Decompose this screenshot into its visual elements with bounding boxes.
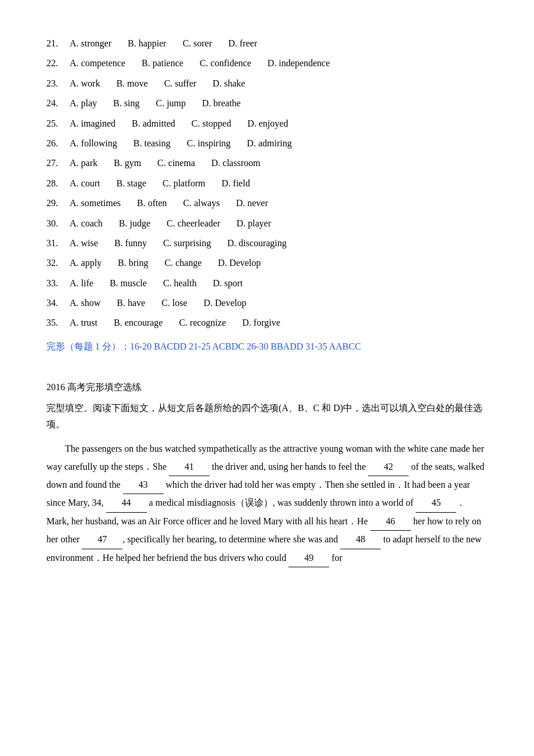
q25-d: D. enjoyed (247, 115, 288, 132)
question-34: 34. A. show B. have C. lose D. Develop (46, 294, 488, 312)
answer-key: 完形（每题 1 分）：16-20 BACDD 21-25 ACBDC 26-30… (46, 338, 488, 355)
question-27: 27. A. park B. gym C. cinema D. classroo… (46, 154, 488, 172)
q27-d: D. classroom (211, 154, 260, 172)
q25-num: 25. (46, 115, 70, 132)
q35-c: C. recognize (179, 314, 226, 332)
questions-section: 21. A. stronger B. happier C. sorer D. f… (46, 35, 488, 355)
q24-b: B. sing (113, 95, 139, 112)
q23-b: B. move (116, 75, 147, 92)
blank-47: 47 (82, 531, 122, 549)
q33-a: A. life (70, 275, 93, 292)
q21-b: B. happier (128, 35, 167, 52)
blank-42: 42 (368, 458, 409, 476)
q34-b: B. have (117, 294, 145, 312)
q32-d: D. Develop (218, 254, 261, 272)
q30-num: 30. (46, 215, 70, 232)
question-21: 21. A. stronger B. happier C. sorer D. f… (46, 35, 488, 52)
q22-a: A. competence (70, 55, 125, 72)
q24-d: D. breathe (202, 95, 241, 112)
question-35: 35. A. trust B. encourage C. recognize D… (46, 314, 488, 332)
q32-c: C. change (165, 254, 202, 272)
q22-num: 22. (46, 55, 70, 72)
q23-c: C. suffer (164, 75, 197, 92)
q34-c: C. lose (161, 294, 187, 312)
q29-d: D. never (236, 195, 268, 212)
q21-num: 21. (46, 35, 70, 52)
blank-49: 49 (288, 549, 329, 567)
q26-d: D. admiring (247, 135, 291, 152)
blank-41: 41 (169, 458, 210, 476)
question-26: 26. A. following B. teasing C. inspiring… (46, 135, 488, 152)
blank-46: 46 (370, 513, 411, 531)
q33-num: 33. (46, 275, 70, 292)
q29-c: C. always (183, 195, 220, 212)
question-28: 28. A. court B. stage C. platform D. fie… (46, 175, 488, 192)
q26-c: C. inspiring (187, 135, 231, 152)
q33-d: D. sport (213, 275, 243, 292)
q31-a: A. wise (70, 235, 98, 252)
q22-c: C. confidence (200, 55, 251, 72)
q23-num: 23. (46, 75, 70, 92)
q28-b: B. stage (116, 175, 146, 192)
q33-b: B. muscle (110, 275, 147, 292)
question-30: 30. A. coach B. judge C. cheerleader D. … (46, 215, 488, 232)
q21-c: C. sorer (183, 35, 212, 52)
section2: 2016 高考完形填空选练 完型填空。阅读下面短文，从短文后各题所给的四个选项(… (46, 379, 488, 567)
q24-a: A. play (70, 95, 97, 112)
q29-a: A. sometimes (70, 195, 121, 212)
q28-d: D. field (222, 175, 250, 192)
q26-a: A. following (70, 135, 117, 152)
q22-b: B. patience (142, 55, 183, 72)
q28-a: A. court (70, 175, 100, 192)
q23-a: A. work (70, 75, 100, 92)
question-33: 33. A. life B. muscle C. health D. sport (46, 275, 488, 292)
question-32: 32. A. apply B. bring C. change D. Devel… (46, 254, 488, 272)
q35-num: 35. (46, 314, 70, 332)
q35-d: D. forgive (242, 314, 280, 332)
question-24: 24. A. play B. sing C. jump D. breathe (46, 95, 488, 112)
q30-a: A. coach (70, 215, 103, 232)
section2-title: 2016 高考完形填空选练 (46, 379, 488, 396)
q32-num: 32. (46, 254, 70, 272)
q25-b: B. admitted (132, 115, 175, 132)
q25-a: A. imagined (70, 115, 116, 132)
q27-b: B. gym (114, 154, 141, 172)
q33-c: C. health (163, 275, 197, 292)
q24-c: C. jump (156, 95, 186, 112)
q29-b: B. often (137, 195, 167, 212)
q27-num: 27. (46, 154, 70, 172)
blank-44: 44 (106, 494, 147, 512)
q30-c: C. cheerleader (167, 215, 220, 232)
section2-instruction: 完型填空。阅读下面短文，从短文后各题所给的四个选项(A、B、C 和 D)中，选出… (46, 400, 488, 434)
question-31: 31. A. wise B. funny C. surprising D. di… (46, 235, 488, 252)
q26-num: 26. (46, 135, 70, 152)
blank-43: 43 (123, 476, 164, 494)
q35-a: A. trust (70, 314, 98, 332)
q22-d: D. independence (268, 55, 330, 72)
q32-a: A. apply (70, 254, 102, 272)
question-23: 23. A. work B. move C. suffer D. shake (46, 75, 488, 92)
q30-b: B. judge (119, 215, 150, 232)
q28-num: 28. (46, 175, 70, 192)
q31-num: 31. (46, 235, 70, 252)
q21-d: D. freer (228, 35, 257, 52)
q26-b: B. teasing (134, 135, 171, 152)
q32-b: B. bring (118, 254, 148, 272)
blank-45: 45 (416, 494, 456, 512)
question-25: 25. A. imagined B. admitted C. stopped D… (46, 115, 488, 132)
q31-d: D. discouraging (228, 235, 287, 252)
blank-48: 48 (340, 531, 381, 549)
passage-text: The passengers on the bus watched sympat… (46, 440, 488, 567)
q27-c: C. cinema (157, 154, 195, 172)
question-29: 29. A. sometimes B. often C. always D. n… (46, 195, 488, 212)
q31-c: C. surprising (163, 235, 211, 252)
question-22: 22. A. competence B. patience C. confide… (46, 55, 488, 72)
q34-a: A. show (70, 294, 100, 312)
q21-a: A. stronger (70, 35, 111, 52)
q28-c: C. platform (163, 175, 205, 192)
q31-b: B. funny (114, 235, 147, 252)
q27-a: A. park (70, 154, 98, 172)
q29-num: 29. (46, 195, 70, 212)
q23-d: D. shake (212, 75, 245, 92)
q24-num: 24. (46, 95, 70, 112)
